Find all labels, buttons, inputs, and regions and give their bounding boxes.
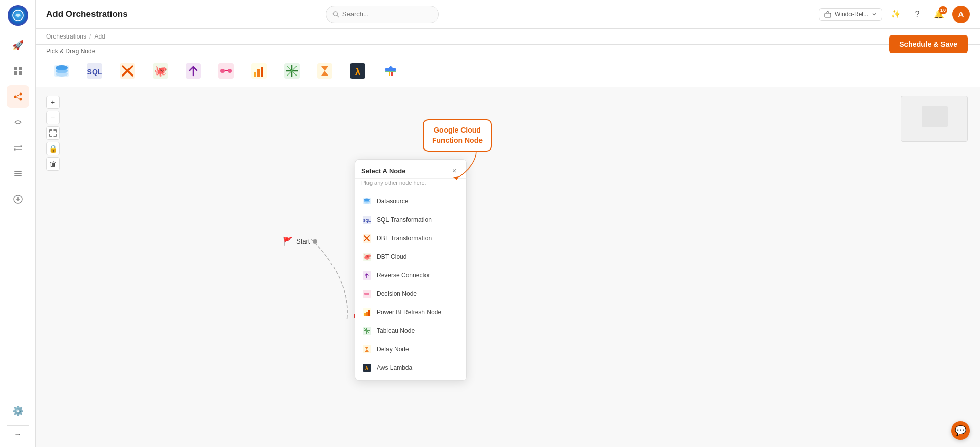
svg-point-5 [14,96,16,98]
zoom-in-button[interactable]: + [46,96,60,109]
panel-item-label-lambda: Aws Lambda [377,364,412,371]
content-header: Orchestrations / Add [36,29,980,45]
sidebar-item-dashboard[interactable] [7,60,29,82]
panel-item-tableau[interactable]: Tableau Node [355,322,466,340]
content-area: Schedule & Save Orchestrations / Add Pic… [36,29,980,447]
toolbar-node-reverse[interactable] [178,58,209,84]
toolbar-node-delay[interactable] [309,58,340,84]
sidebar-item-settings[interactable]: ⚙️ [7,400,29,422]
panel-item-datasource[interactable]: Datasource [355,192,466,211]
svg-rect-66 [366,312,368,316]
sidebar-item-list[interactable] [7,162,29,185]
page-title: Add Orchestrations [46,9,128,20]
panel-item-reverse[interactable]: Reverse Connector [355,266,466,285]
svg-rect-10 [14,171,22,172]
sidebar-item-orchestrations[interactable] [7,85,29,108]
panel-item-label-dbt-cloud: DBT Cloud [377,253,406,260]
callout-tooltip: Google CloudFunction Node [423,119,492,152]
node-icons-row: SQL 🐙 [46,58,970,84]
fit-view-button[interactable] [46,126,60,140]
svg-point-53 [364,202,370,204]
canvas-area[interactable]: + − 🔒 🗑 🚩 Start [36,87,980,447]
breadcrumb: Orchestrations / Add [46,33,970,44]
toolbar-node-dbt-cloud[interactable]: 🐙 [145,58,176,84]
panel-item-delay[interactable]: Delay Node [355,340,466,359]
panel-item-google-cloud[interactable]: Google Cloud Function [355,377,466,380]
sidebar-item-launch[interactable]: 🚀 [7,34,29,57]
chat-button[interactable]: 💬 [951,421,970,440]
svg-marker-79 [453,176,459,180]
toolbar-node-sql[interactable]: SQL [79,58,110,84]
minimap [901,96,968,142]
ai-assistant-button[interactable]: ✨ [887,6,904,23]
svg-rect-37 [257,69,260,77]
svg-rect-63 [364,293,369,295]
panel-item-lambda[interactable]: λ Aws Lambda [355,359,466,377]
panel-item-label-datasource: Datasource [377,198,408,205]
lock-button[interactable]: 🔒 [46,142,60,155]
callout-arrow [446,151,487,181]
panel-item-label-sql: SQL Transformation [377,216,432,224]
panel-item-label-decision: Decision Node [377,290,417,297]
schedule-save-button[interactable]: Schedule & Save [889,35,968,53]
notification-count: 10 [939,6,947,14]
sidebar-item-connections[interactable] [7,111,29,134]
search-bar[interactable] [326,6,439,23]
panel-item-powerbi[interactable]: Power BI Refresh Node [355,303,466,322]
panel-item-label-delay: Delay Node [377,346,409,353]
minimap-viewport [922,106,948,127]
dbt-transform-icon [361,233,373,244]
datasource-icon [361,196,373,207]
zoom-out-button[interactable]: − [46,111,60,124]
breadcrumb-separator: / [89,33,91,40]
svg-rect-65 [364,313,366,316]
toolbar-node-tableau[interactable] [276,58,307,84]
panel-item-sql[interactable]: SQL SQL Transformation [355,211,466,229]
svg-text:SQL: SQL [363,219,371,223]
sidebar: 🚀 ⚙️ → [0,0,36,447]
briefcase-icon [824,11,831,18]
toolbar-node-google-cloud[interactable] [375,58,406,84]
toolbar-node-decision[interactable] [211,58,242,84]
panel-item-dbt-cloud[interactable]: 🐙 DBT Cloud [355,248,466,266]
breadcrumb-current: Add [94,33,105,40]
svg-text:SQL: SQL [87,68,102,76]
panel-item-dbt-transform[interactable]: DBT Transformation [355,229,466,248]
breadcrumb-parent[interactable]: Orchestrations [46,33,86,40]
toolbar-node-lambda[interactable]: λ [342,58,373,84]
svg-rect-2 [19,67,22,70]
search-icon [332,11,339,18]
user-avatar[interactable]: A [952,6,970,23]
dbt-cloud-icon: 🐙 [361,251,373,263]
start-node-label: Start [296,237,310,245]
sidebar-collapse-button[interactable]: → [7,425,29,442]
svg-point-33 [228,69,232,73]
workspace-text: Windo-Rel... [835,11,868,18]
svg-rect-49 [391,72,393,76]
svg-rect-3 [14,71,17,75]
pick-drag-label: Pick & Drag Node [46,48,970,55]
search-input[interactable] [342,10,432,18]
help-button[interactable]: ? [909,6,926,23]
notifications-button[interactable]: 🔔 10 [931,6,947,23]
decision-node-icon [361,288,373,300]
workspace-selector[interactable]: Windo-Rel... [819,8,882,21]
toolbar-node-datasource[interactable] [46,58,77,84]
sidebar-item-transform[interactable] [7,137,29,159]
svg-point-22 [56,71,68,77]
tableau-icon [361,325,373,337]
main-area: Add Orchestrations Windo-Rel... ✨ ? 🔔 10… [36,0,980,447]
panel-item-label-dbt-transform: DBT Transformation [377,235,432,242]
toolbar-node-powerbi[interactable] [244,58,274,84]
select-node-panel: Select A Node × Plug any other node here… [355,159,467,381]
svg-point-32 [220,69,225,73]
panel-item-decision[interactable]: Decision Node [355,285,466,303]
topbar-actions: Windo-Rel... ✨ ? 🔔 10 A [819,6,970,23]
panel-item-label-powerbi: Power BI Refresh Node [377,309,441,316]
svg-text:🐙: 🐙 [154,65,167,77]
app-logo[interactable] [8,5,28,26]
sidebar-item-add[interactable] [7,188,29,211]
delete-button[interactable]: 🗑 [46,157,60,171]
start-node[interactable]: 🚩 Start [283,236,317,246]
toolbar-node-dbt-transform[interactable] [112,58,143,84]
